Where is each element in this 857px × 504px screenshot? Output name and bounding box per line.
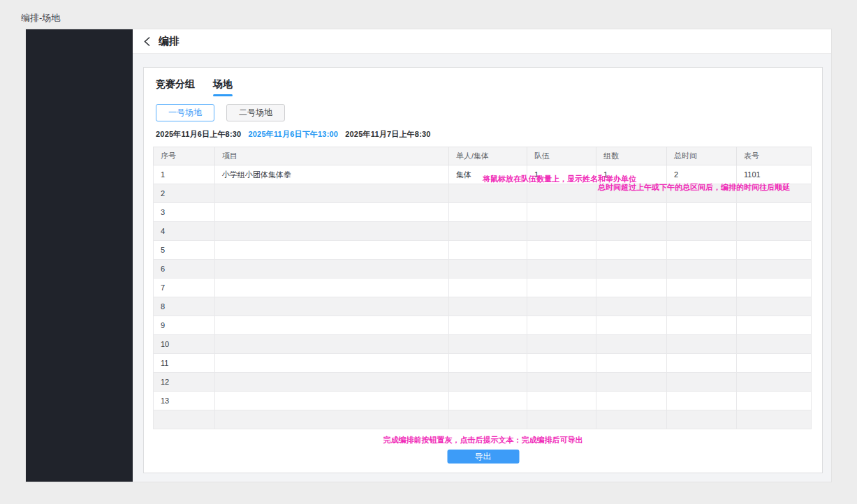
table-cell	[737, 203, 812, 222]
table-cell	[449, 392, 527, 410]
table-cell	[527, 392, 596, 410]
column-header: 组数	[596, 147, 667, 165]
table-row: 13	[154, 392, 812, 410]
table-cell	[449, 297, 527, 316]
table-cell	[527, 316, 596, 335]
table-cell: 11	[154, 354, 215, 373]
tab-competition-groups[interactable]: 竞赛分组	[156, 78, 195, 95]
table-row: 3	[154, 203, 812, 222]
table-cell	[667, 279, 737, 297]
table-cell	[215, 316, 449, 335]
table-cell	[667, 354, 737, 373]
table-row: 8	[154, 297, 812, 316]
table-cell	[215, 279, 449, 297]
table-cell	[215, 297, 449, 316]
page-title: 编排-场地	[21, 12, 60, 24]
table-cell	[449, 184, 527, 203]
table-cell	[667, 316, 737, 335]
export-button[interactable]: 导出	[447, 450, 519, 464]
session-selector: 2025年11月6日上午8:30 2025年11月6日下午13:00 2025年…	[156, 129, 431, 140]
chevron-left-icon	[143, 36, 151, 47]
table-row: 7	[154, 279, 812, 297]
tab-venue[interactable]: 场地	[213, 78, 233, 95]
table-cell	[596, 335, 667, 354]
table-row: 4	[154, 222, 812, 241]
table-cell	[449, 241, 527, 260]
table-cell	[154, 410, 215, 429]
table-row: 5	[154, 241, 812, 260]
table-cell: 1101	[737, 165, 812, 184]
table-cell: 2	[154, 184, 215, 203]
table-row	[154, 410, 812, 429]
table-cell	[737, 316, 812, 335]
table-row: 9	[154, 316, 812, 335]
table-cell	[596, 410, 667, 429]
table-cell	[737, 410, 812, 429]
table-cell	[527, 184, 596, 203]
table-cell: 5	[154, 241, 215, 260]
table-cell	[215, 410, 449, 429]
table-cell	[215, 222, 449, 241]
table-cell: 10	[154, 335, 215, 354]
table-cell: 2	[667, 165, 737, 184]
table-cell	[449, 354, 527, 373]
table-cell	[737, 260, 812, 279]
table-cell: 12	[154, 373, 215, 392]
table-cell: 7	[154, 279, 215, 297]
table-cell: 6	[154, 260, 215, 279]
table-cell	[667, 203, 737, 222]
header-title: 编排	[159, 35, 180, 48]
session-date-1[interactable]: 2025年11月6日上午8:30	[156, 129, 241, 140]
table-cell: 13	[154, 392, 215, 410]
table-cell	[449, 203, 527, 222]
table-cell	[527, 410, 596, 429]
table-cell: 小学组小团体集体拳	[215, 165, 449, 184]
table-cell	[667, 410, 737, 429]
table-cell	[596, 241, 667, 260]
tab-bar: 竞赛分组 场地	[156, 78, 233, 95]
table-cell	[215, 260, 449, 279]
column-header: 项目	[215, 147, 449, 165]
table-cell	[596, 279, 667, 297]
venue-selector: 一号场地 二号场地	[156, 104, 285, 121]
table-cell	[215, 335, 449, 354]
table-cell	[527, 222, 596, 241]
table-row: 6	[154, 260, 812, 279]
table-cell: 3	[154, 203, 215, 222]
table-cell	[737, 392, 812, 410]
table-cell: 9	[154, 316, 215, 335]
session-date-3[interactable]: 2025年11月7日上午8:30	[345, 129, 430, 140]
table-cell	[596, 260, 667, 279]
back-button[interactable]	[143, 36, 151, 47]
table-cell	[596, 203, 667, 222]
table-cell	[449, 373, 527, 392]
annotation-export-hint: 完成编排前按钮置灰，点击后提示文本：完成编排后可导出	[144, 435, 822, 445]
table-cell	[596, 297, 667, 316]
session-date-2[interactable]: 2025年11月6日下午13:00	[248, 129, 338, 140]
venue-2-button[interactable]: 二号场地	[226, 104, 285, 121]
table-cell	[737, 354, 812, 373]
table-cell	[527, 241, 596, 260]
table-cell	[737, 297, 812, 316]
column-header: 序号	[154, 147, 215, 165]
table-row: 12	[154, 373, 812, 392]
table-cell	[667, 392, 737, 410]
column-header: 单人/集体	[449, 147, 527, 165]
table-cell	[596, 373, 667, 392]
table-cell	[667, 335, 737, 354]
table-cell	[449, 316, 527, 335]
table-cell	[527, 260, 596, 279]
table-cell	[737, 222, 812, 241]
table-cell: 4	[154, 222, 215, 241]
table-cell	[449, 335, 527, 354]
column-header: 总时间	[667, 147, 737, 165]
table-cell	[596, 354, 667, 373]
table-cell	[667, 222, 737, 241]
column-header: 表号	[737, 147, 812, 165]
table-cell	[737, 373, 812, 392]
table-cell	[215, 373, 449, 392]
table-cell: 8	[154, 297, 215, 316]
venue-1-button[interactable]: 一号场地	[156, 104, 214, 121]
table-cell	[667, 241, 737, 260]
table-cell	[737, 335, 812, 354]
